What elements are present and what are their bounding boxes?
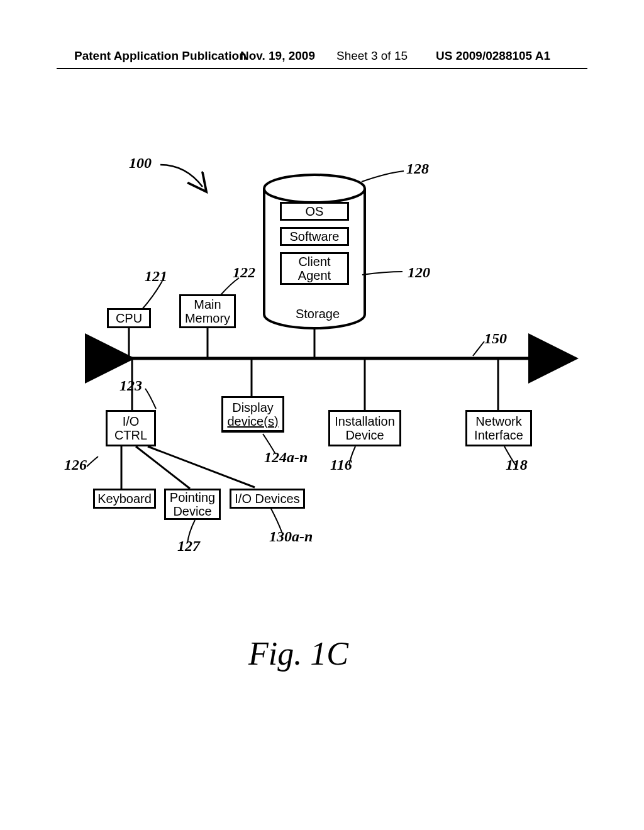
network-interface-box: Network Interface	[465, 410, 532, 446]
figure-caption: Fig. 1C	[248, 635, 348, 672]
installation-device-box: Installation Device	[328, 410, 401, 446]
pointing-label-1: Pointing	[170, 490, 215, 504]
cpu-box: CPU	[107, 308, 151, 328]
display-label-2: device(s)	[227, 414, 278, 428]
figure-svg	[0, 0, 644, 830]
ref120-leader	[362, 272, 402, 275]
io-devices-label: I/O Devices	[235, 492, 299, 506]
client-agent-label-2: Agent	[298, 268, 331, 282]
main-memory-box: Main Memory	[179, 294, 236, 328]
pointing-label-2: Device	[173, 504, 211, 518]
svg-point-0	[264, 175, 365, 202]
install-label-2: Device	[345, 428, 384, 442]
ref-127: 127	[177, 538, 200, 555]
io-ctrl-label-2: CTRL	[114, 428, 147, 442]
os-label: OS	[306, 204, 324, 218]
io-devices-box: I/O Devices	[230, 489, 305, 509]
io-ctrl-box: I/O CTRL	[106, 410, 156, 446]
ref121-leader	[142, 281, 162, 310]
ref-150: 150	[484, 330, 507, 347]
ref-122: 122	[233, 264, 255, 281]
storage-label: Storage	[292, 307, 343, 321]
ref-126: 126	[64, 456, 87, 473]
main-memory-label-2: Memory	[185, 311, 230, 325]
os-box: OS	[280, 202, 349, 221]
ref150-leader	[473, 341, 484, 356]
ref-124an: 124a-n	[264, 449, 308, 466]
io-ctrl-label-1: I/O	[123, 414, 140, 428]
ref-130an: 130a-n	[269, 528, 313, 545]
net-label-2: Interface	[474, 428, 523, 442]
software-box: Software	[280, 227, 349, 246]
ref-123: 123	[119, 377, 142, 394]
ref100-leader	[160, 165, 203, 187]
ref128-leader	[362, 171, 404, 182]
ref126-leader	[87, 456, 98, 467]
pointing-device-box: Pointing Device	[164, 489, 221, 520]
main-memory-label-1: Main	[194, 297, 221, 311]
ioctrl-iodevices-line	[148, 446, 255, 487]
ref123-leader	[145, 389, 156, 409]
patent-page: Patent Application Publication Nov. 19, …	[0, 0, 644, 830]
ref-116: 116	[330, 456, 352, 473]
display-devices-box: Display device(s)	[221, 396, 284, 433]
storage-cylinder	[264, 175, 365, 328]
software-label: Software	[290, 230, 340, 243]
ref-128: 128	[406, 160, 429, 177]
client-agent-label-1: Client	[298, 255, 330, 268]
cpu-label: CPU	[116, 311, 142, 325]
ref-100: 100	[129, 155, 152, 172]
client-agent-box: Client Agent	[280, 252, 349, 285]
ref-118: 118	[506, 456, 528, 473]
install-label-1: Installation	[335, 414, 395, 428]
keyboard-label: Keyboard	[97, 492, 152, 506]
display-label-1: Display	[232, 401, 274, 414]
ref-120: 120	[408, 264, 430, 281]
ref-121: 121	[145, 268, 167, 285]
net-label-1: Network	[475, 414, 521, 428]
keyboard-box: Keyboard	[93, 489, 156, 509]
